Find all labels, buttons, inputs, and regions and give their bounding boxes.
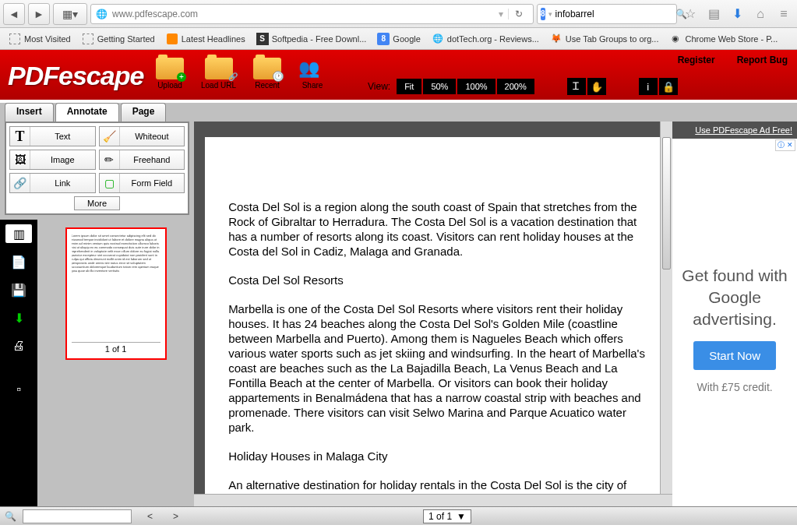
tool-form-field[interactable]: ▢Form Field xyxy=(99,173,185,193)
register-link[interactable]: Register xyxy=(678,55,715,65)
more-button[interactable]: More xyxy=(74,196,120,210)
forward-button[interactable]: ► xyxy=(28,3,50,25)
url-bar[interactable]: 🌐 ▾ ↻ xyxy=(90,4,534,24)
ad-column: Use PDFescape Ad Free! ⓘ ✕ Get found wit… xyxy=(672,122,797,506)
report-bug-link[interactable]: Report Bug xyxy=(737,55,788,65)
upload-button[interactable]: +Upload xyxy=(156,58,184,90)
rss-icon xyxy=(167,33,178,44)
folder-icon: 🔗 xyxy=(205,58,233,79)
tab-row: Insert Annotate Page xyxy=(0,103,797,122)
recent-button[interactable]: 🕐Recent xyxy=(253,58,281,90)
bookmark-getting-started[interactable]: Getting Started xyxy=(78,31,159,47)
tab-page[interactable]: Page xyxy=(121,103,167,122)
zoom-50[interactable]: 50% xyxy=(423,79,456,94)
reload-button[interactable]: ↻ xyxy=(508,9,528,19)
document-page[interactable]: Costa Del Sol is a region along the sout… xyxy=(205,137,672,494)
bookmark-most-visited[interactable]: Most Visited xyxy=(5,31,75,47)
menu-icon[interactable]: ≡ xyxy=(774,4,794,24)
bottom-search-input[interactable] xyxy=(23,509,132,523)
search-bar[interactable]: 8 ▾ 🔍 xyxy=(537,4,677,24)
blank-icon[interactable]: ▫ xyxy=(9,380,28,399)
ad-free-link[interactable]: Use PDFescape Ad Free! xyxy=(672,122,797,139)
tool-image[interactable]: 🖼Image xyxy=(9,150,96,170)
save-icon[interactable]: 💾 xyxy=(9,280,28,299)
tool-whiteout[interactable]: 🧹Whiteout xyxy=(99,126,185,146)
print-icon[interactable]: 🖨 xyxy=(9,336,28,355)
dropdown-icon[interactable]: ▾ xyxy=(499,9,503,19)
ad-headline: Get found with Google advertising. xyxy=(680,265,789,330)
document-viewer: Costa Del Sol is a region along the sout… xyxy=(194,122,672,506)
prev-page-button[interactable]: < xyxy=(143,511,157,522)
next-page-button[interactable]: > xyxy=(168,511,183,522)
header-links: Register Report Bug xyxy=(678,55,788,65)
paragraph: Costa Del Sol is a region along the sout… xyxy=(228,199,649,259)
browser-nav-bar: ◄ ► ▦▾ 🌐 ▾ ↻ 8 ▾ 🔍 ☆ ▤ ⬇ ⌂ ≡ xyxy=(0,0,797,28)
share-icon: 👥 xyxy=(298,58,326,79)
tool-link[interactable]: 🔗Link xyxy=(9,173,96,193)
tool-text[interactable]: TText xyxy=(9,126,96,146)
dropdown-icon[interactable]: ▾ xyxy=(548,10,552,18)
info-icon[interactable]: i xyxy=(639,78,658,95)
bottom-bar: 🔍 < > 1 of 1▼ xyxy=(0,506,797,525)
globe-icon: 🌐 xyxy=(96,9,108,19)
downloads-icon[interactable]: ⬇ xyxy=(727,4,747,24)
tab-annotate[interactable]: Annotate xyxy=(55,103,119,122)
page-thumbnail[interactable]: Lorem ipsum dolor sit amet consectetur a… xyxy=(65,227,167,360)
lock-icon[interactable]: 🔒 xyxy=(659,78,678,95)
sidebar: TText 🧹Whiteout 🖼Image ✏Freehand 🔗Link ▢… xyxy=(0,122,194,506)
view-controls: View: Fit 50% 100% 200% Ꮖ ✋ i 🔒 xyxy=(368,78,678,95)
view-label: View: xyxy=(368,81,390,92)
load-url-button[interactable]: 🔗Load URL xyxy=(201,58,236,90)
scrollbar-thumb[interactable] xyxy=(662,137,671,270)
tool-grid: TText 🧹Whiteout 🖼Image ✏Freehand 🔗Link ▢… xyxy=(5,122,189,215)
dropdown-icon: ▼ xyxy=(457,511,466,522)
page-select[interactable]: 1 of 1▼ xyxy=(423,509,471,523)
form-field-icon: ▢ xyxy=(100,174,120,192)
tab-insert[interactable]: Insert xyxy=(5,103,54,122)
url-input[interactable] xyxy=(112,9,494,19)
folder-icon: 🕐 xyxy=(253,58,281,79)
bookmark-dottech[interactable]: 🌐dotTech.org - Reviews... xyxy=(428,31,543,47)
search-icon: 🔍 xyxy=(5,511,16,522)
download-icon[interactable]: ⬇ xyxy=(9,308,28,327)
heading: Costa Del Sol Resorts xyxy=(228,273,649,287)
globe-icon: 🌐 xyxy=(432,33,444,45)
ad-credit: With £75 credit. xyxy=(696,381,772,393)
bookmark-softpedia[interactable]: SSoftpedia - Free Downl... xyxy=(252,31,371,47)
bookmark-google[interactable]: 8Google xyxy=(373,31,424,47)
horizontal-scrollbar[interactable] xyxy=(194,494,672,506)
search-engine-icon[interactable]: 8 xyxy=(541,8,545,20)
page-menu-button[interactable]: ▦▾ xyxy=(53,3,87,25)
text-cursor-icon[interactable]: Ꮖ xyxy=(567,78,586,95)
bookmark-latest-headlines[interactable]: Latest Headlines xyxy=(162,31,249,47)
thumbnail-panel: Lorem ipsum dolor sit amet consectetur a… xyxy=(37,220,194,506)
app-header: PDFescape Register Report Bug +Upload 🔗L… xyxy=(0,50,797,100)
home-icon[interactable]: ⌂ xyxy=(750,4,771,24)
app-logo[interactable]: PDFescape xyxy=(8,61,143,91)
ad-start-button[interactable]: Start Now xyxy=(693,341,776,370)
paragraph: An alternative destination for holiday r… xyxy=(228,477,649,494)
zoom-100[interactable]: 100% xyxy=(457,79,495,94)
document-scroll[interactable]: Costa Del Sol is a region along the sout… xyxy=(194,122,672,494)
folder-icon: + xyxy=(156,58,184,79)
bookmark-chrome-store[interactable]: ◉Chrome Web Store - P... xyxy=(665,31,781,47)
tool-freehand[interactable]: ✏Freehand xyxy=(99,150,185,170)
vertical-scrollbar[interactable] xyxy=(660,122,672,494)
bookmark-tab-groups[interactable]: 🦊Use Tab Groups to org... xyxy=(546,31,663,47)
bookmarks-bar: Most Visited Getting Started Latest Head… xyxy=(0,28,797,50)
back-button[interactable]: ◄ xyxy=(3,3,25,25)
firefox-icon: 🦊 xyxy=(550,33,562,45)
thumbnail-preview: Lorem ipsum dolor sit amet consectetur a… xyxy=(72,234,160,342)
bookmark-star-icon[interactable]: ☆ xyxy=(680,4,700,24)
reader-icon[interactable]: ▤ xyxy=(704,4,724,24)
ad-badge[interactable]: ⓘ ✕ xyxy=(775,139,795,151)
hand-icon[interactable]: ✋ xyxy=(587,78,606,95)
zoom-200[interactable]: 200% xyxy=(497,79,534,94)
search-input[interactable] xyxy=(555,9,672,19)
thumbnail-caption: 1 of 1 xyxy=(72,342,160,354)
pdf-icon[interactable]: 📄 xyxy=(9,252,28,271)
whiteout-icon: 🧹 xyxy=(100,127,120,146)
pages-icon[interactable]: ▥ xyxy=(5,224,32,243)
share-button[interactable]: 👥Share xyxy=(298,58,326,90)
zoom-fit[interactable]: Fit xyxy=(397,79,421,94)
